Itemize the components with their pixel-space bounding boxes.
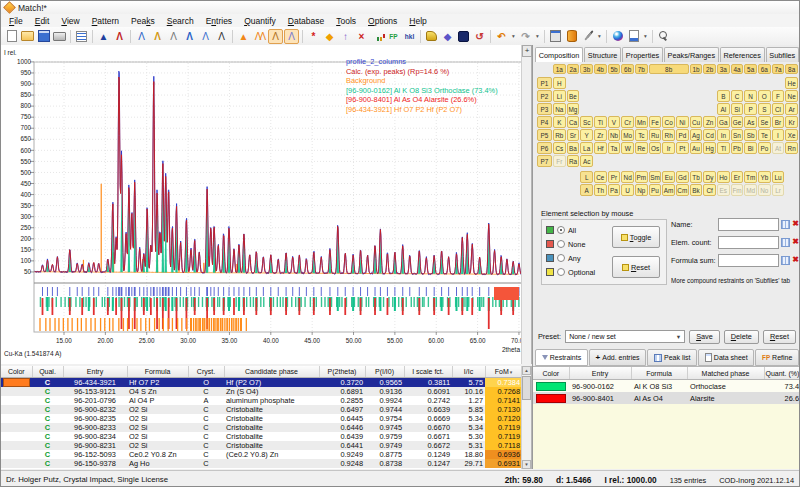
matched-row[interactable]: 96-900-0162Al K O8 Si3Orthoclase73.4 [533,380,800,393]
open-file-icon[interactable] [20,29,35,44]
matched-col-1[interactable]: Entry [569,367,631,380]
cand-col-4[interactable]: Cryst. [188,366,224,378]
element-am[interactable]: Am [662,184,675,196]
element-nb[interactable]: Nb [608,129,621,141]
element-gd[interactable]: Gd [676,171,689,183]
element-pd[interactable]: Pd [676,129,689,141]
matched-col-4[interactable]: Quant. (%)▾ [764,367,800,380]
candidate-row[interactable]: C96-153-9121O4 S ZnCZn (S O4)0.68910.913… [1,387,522,396]
toggle-button[interactable]: Toggle [612,226,660,248]
match-phases-icon[interactable]: ◆ [322,29,337,44]
tab-properties[interactable]: Properties [622,47,663,62]
batch-tools-icon[interactable] [580,29,595,44]
report-icon[interactable] [626,29,641,44]
element-ba[interactable]: Ba [567,142,580,154]
scroll-down-icon[interactable]: ▼ [522,460,531,469]
radio-any[interactable] [557,254,565,262]
import-pattern-icon[interactable]: ▲ [96,29,111,44]
delete-preset-button[interactable]: Delete [724,330,759,344]
peak-search-icon[interactable]: Λ [166,29,181,44]
element-tc[interactable]: Tc [635,129,648,141]
name-input[interactable] [718,218,779,231]
clear-icon[interactable]: ✖ [792,238,799,246]
menu-view[interactable]: View [55,15,85,27]
element-eu[interactable]: Eu [662,171,675,183]
menu-file[interactable]: File [3,15,29,27]
tab-peaks-ranges[interactable]: Peaks/Ranges [664,47,719,62]
element-dy[interactable]: Dy [703,171,716,183]
element-cu[interactable]: Cu [690,116,703,128]
element-b[interactable]: B [717,90,730,102]
element-ho[interactable]: Ho [717,171,730,183]
element-mg[interactable]: Mg [567,103,580,115]
save-file-icon[interactable] [36,29,51,44]
matched-row[interactable]: 96-900-8401Al As O4Alarsite26.6 [533,392,800,404]
calculator-icon[interactable] [548,29,563,44]
lookup-grid-icon[interactable] [781,238,790,247]
element-tl[interactable]: Tl [717,142,730,154]
element-ni[interactable]: Ni [676,116,689,128]
element-rb[interactable]: Rb [553,129,566,141]
search-entries-icon[interactable] [656,29,671,44]
menu-pattern[interactable]: Pattern [86,15,125,27]
delete-entry-icon[interactable]: × [354,29,369,44]
element-hg[interactable]: Hg [703,142,716,154]
element-sn[interactable]: Sn [731,129,744,141]
element-k[interactable]: K [553,116,566,128]
undo-more-icon[interactable]: ▾ [510,29,517,44]
matched-col-3[interactable]: Matched phase [687,367,764,380]
candidate-row[interactable]: C96-900-8234O2 SiCCristobalite0.64390.97… [1,432,522,441]
tool-hand-icon[interactable] [424,29,439,44]
element-ga[interactable]: Ga [717,116,730,128]
menu-entries[interactable]: Entries [200,15,238,27]
element-bi[interactable]: Bi [744,142,757,154]
new-file-icon[interactable] [4,29,19,44]
element-i[interactable]: I [772,129,785,141]
toggle-exp-peaks-icon[interactable]: Λ [268,29,283,44]
tab-peak-list[interactable]: Peak list [647,349,697,366]
element-te[interactable]: Te [758,129,771,141]
element-ra[interactable]: Ra [567,155,580,167]
lookup-grid-icon[interactable] [781,256,790,265]
preset-select[interactable]: None / new set▼ [565,330,685,343]
element-ac[interactable]: Ac [580,155,593,167]
element-h[interactable]: H [553,77,566,89]
menu-help[interactable]: Help [403,15,432,27]
element-sr[interactable]: Sr [567,129,580,141]
menu-options[interactable]: Options [362,15,403,27]
element-pu[interactable]: Pu [649,184,662,196]
tab-refine[interactable]: FPRefine [755,349,799,366]
element-nd[interactable]: Nd [621,171,634,183]
element-sc[interactable]: Sc [580,116,593,128]
database-manager-icon[interactable] [564,29,579,44]
element-mo[interactable]: Mo [621,129,634,141]
fp-calculation-icon[interactable]: FP [386,29,401,44]
element-f[interactable]: F [772,90,785,102]
element-po[interactable]: Po [758,142,771,154]
candidate-row[interactable]: C96-900-8232O2 SiCCristobalite0.64970.97… [1,405,522,414]
matched-phases-table[interactable]: ColorEntryFormulaMatched phaseQuant. (%)… [533,367,800,404]
element-pb[interactable]: Pb [731,142,744,154]
element-bk[interactable]: Bk [690,184,703,196]
element-cm[interactable]: Cm [676,184,689,196]
tab-restraints[interactable]: Restraints [535,349,588,366]
element-fe[interactable]: Fe [649,116,662,128]
crystal-structure-icon[interactable] [610,29,625,44]
element-xe[interactable]: Xe [785,129,798,141]
element-zr[interactable]: Zr [594,129,607,141]
cand-col-6[interactable]: P(2theta) [319,366,365,378]
element-v[interactable]: V [608,116,621,128]
element-o[interactable]: O [758,90,771,102]
candidates-table[interactable]: ColorQual.EntryFormulaCryst.Candidate ph… [1,366,523,468]
candidate-row[interactable]: C96-201-0796Al O4 PAaluminum phosphate0.… [1,396,522,405]
candidates-scrollbar[interactable]: ▲ ▼ [521,366,531,469]
cand-col-2[interactable]: Entry [63,366,127,378]
element-br[interactable]: Br [772,116,785,128]
menu-search[interactable]: Search [161,15,200,27]
element-er[interactable]: Er [731,171,744,183]
tab-structure[interactable]: Structure [584,47,621,62]
radio-optional[interactable] [557,268,565,276]
save-preset-button[interactable]: Save [689,330,720,344]
undo-icon[interactable]: ↶ [494,29,509,44]
pattern-plot[interactable]: 5010015020025030035040045050055060065070… [1,45,532,364]
